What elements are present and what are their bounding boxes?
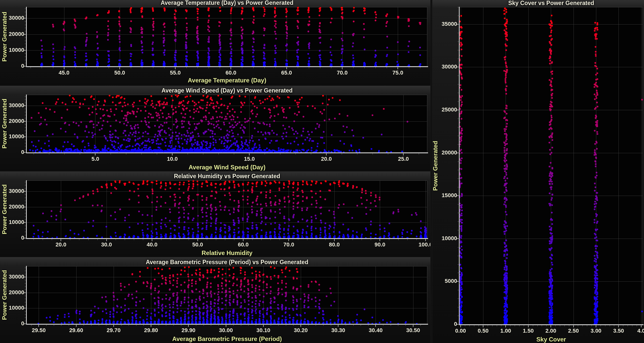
panel-divider (430, 0, 432, 343)
sky-cover-scatter-canvas[interactable] (432, 0, 644, 343)
power-dashboard: Average Temperature (Day) vs Power Gener… (0, 0, 644, 343)
chart-title: Sky Cover vs Power Generated (508, 0, 594, 7)
wind-speed-scatter-canvas[interactable] (0, 86, 430, 171)
y-axis-title: Power Generated (1, 99, 8, 148)
x-axis-title: Average Wind Speed (Day) (189, 164, 265, 171)
chart-title: Relative Humidity vs Power Generated (174, 173, 280, 180)
chart-avg-temperature: Average Temperature (Day) vs Power Gener… (0, 0, 430, 86)
humidity-scatter-canvas[interactable] (0, 171, 430, 257)
x-axis-title: Relative Humidity (202, 249, 252, 257)
chart-title: Average Temperature (Day) vs Power Gener… (161, 0, 293, 6)
x-axis-title: Average Barometric Pressure (Period) (172, 335, 282, 342)
y-axis-title: Power Generated (1, 270, 8, 320)
temperature-scatter-canvas[interactable] (0, 0, 430, 86)
y-axis-title: Power Generated (1, 184, 8, 234)
sky-cover-panel: Sky Cover vs Power Generated Sky Cover P… (432, 0, 644, 343)
y-axis-title: Power Generated (1, 12, 8, 61)
chart-sky-cover: Sky Cover vs Power Generated Sky Cover P… (432, 0, 644, 343)
chart-title: Average Barometric Pressure (Period) vs … (146, 259, 308, 266)
x-axis-title: Sky Cover (536, 336, 566, 343)
chart-avg-wind-speed: Average Wind Speed (Day) vs Power Genera… (0, 86, 430, 171)
left-charts-panel: Average Temperature (Day) vs Power Gener… (0, 0, 430, 343)
pressure-scatter-canvas[interactable] (0, 257, 430, 343)
y-axis-title: Power Generated (432, 141, 439, 191)
chart-title: Average Wind Speed (Day) vs Power Genera… (161, 87, 292, 94)
chart-relative-humidity: Relative Humidity vs Power Generated Rel… (0, 171, 430, 257)
chart-barometric-pressure: Average Barometric Pressure (Period) vs … (0, 257, 430, 343)
x-axis-title: Average Temperature (Day) (188, 77, 266, 84)
